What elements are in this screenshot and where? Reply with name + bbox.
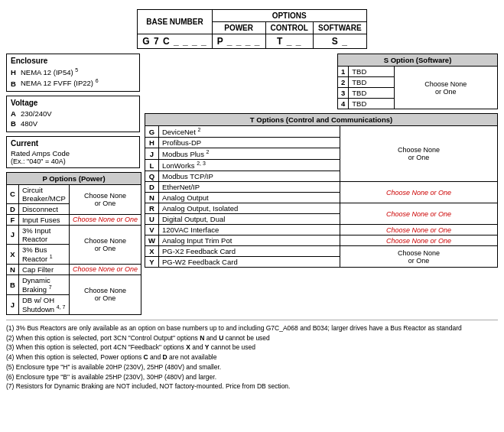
s-desc-4: TBD [349, 99, 394, 109]
current-line2: (Ex.: "040" = 40A) [11, 158, 135, 165]
voltage-a-key: A [11, 109, 18, 119]
power-code: P _ _ _ _ [212, 34, 265, 49]
voltage-b-key: B [11, 119, 18, 128]
control-code: T _ _ [265, 34, 313, 49]
t-key-w: W [145, 235, 159, 246]
enclosure-h-key: H [11, 67, 18, 77]
p-row-c: C Circuit Breaker/MCP Choose Noneor One [7, 184, 141, 203]
t-row-g: G DeviceNet 2 Choose Noneor One [145, 126, 498, 138]
current-title: Current [11, 139, 135, 148]
p-desc-x: 3% Bus Reactor 1 [18, 244, 69, 264]
right-column: S Option (Software) 1 TBD Choose Noneor … [145, 54, 498, 315]
p-desc-d: Disconnect [18, 203, 69, 214]
p-key-f: F [7, 214, 19, 225]
base-number-header: BASE NUMBER [138, 10, 212, 34]
p-row-f: F Input Fuses Choose None or One [7, 214, 141, 225]
t-desc-w: Analog Input Trim Pot [158, 235, 340, 246]
footnotes: (1) 3% Bus Reactors are only available a… [6, 320, 498, 391]
p-choice-jx: Choose Noneor One [69, 225, 141, 264]
t-desc-y: PG-W2 Feedback Card [158, 257, 340, 268]
t-desc-d: EtherNet/IP [158, 182, 340, 193]
t-options-table: T Options (Control and Communications) G… [145, 113, 498, 268]
t-key-l: L [145, 160, 159, 171]
t-choice-group6: Choose Noneor One [340, 246, 498, 268]
t-desc-l: LonWorks 2, 3 [158, 160, 340, 171]
p-key-j: J [7, 225, 19, 244]
power-header: POWER [212, 22, 265, 34]
footnote-7: (7) Resistors for Dynamic Braking are NO… [6, 382, 498, 391]
t-key-g: G [145, 126, 159, 138]
t-key-d: D [145, 182, 159, 193]
spacer [145, 54, 333, 109]
enclosure-b-key: B [11, 79, 18, 89]
p-desc-f: Input Fuses [18, 214, 69, 225]
t-row-x: X PG-X2 Feedback Card Choose Noneor One [145, 246, 498, 257]
p-key-jdb: J [7, 294, 19, 314]
p-desc-c: Circuit Breaker/MCP [18, 184, 69, 203]
t-row-v: V 120VAC Interface Choose None or One [145, 225, 498, 235]
t-desc-q: Modbus TCP/IP [158, 171, 340, 182]
p-options-box: P Options (Power) C Circuit Breaker/MCP … [6, 172, 140, 315]
s-desc-2: TBD [349, 77, 394, 88]
p-key-x: X [7, 244, 19, 264]
t-desc-n: Analog Output [158, 193, 340, 203]
voltage-title: Voltage [11, 99, 135, 107]
enclosure-h: H NEMA 12 (IP54) 5 [11, 67, 135, 77]
t-desc-h: Profibus-DP [158, 138, 340, 148]
footnote-6: (6) Enclosure type "B" is available 25HP… [6, 372, 498, 382]
s-key-2: 2 [338, 77, 349, 88]
t-desc-j: Modbus Plus 2 [158, 148, 340, 160]
t-key-j: J [145, 148, 159, 160]
p-options-table: P Options (Power) C Circuit Breaker/MCP … [6, 172, 141, 315]
footnote-5: (5) Enclosure type "H" is available 20HP… [6, 362, 498, 372]
software-header: SOFTWARE [313, 22, 366, 34]
s-row-1: 1 TBD Choose Noneor One [338, 67, 498, 77]
t-desc-x: PG-X2 Feedback Card [158, 246, 340, 257]
right-top: S Option (Software) 1 TBD Choose Noneor … [145, 54, 498, 109]
base-number-code: G 7 C _ _ _ _ [138, 34, 212, 49]
voltage-a-desc: 230/240V [21, 109, 52, 119]
footnote-1: (1) 3% Bus Reactors are only available a… [6, 323, 498, 333]
model-section: BASE NUMBER OPTIONS POWER CONTROL SOFTWA… [6, 9, 498, 49]
t-desc-r: Analog Output, Isolated [158, 203, 340, 214]
p-options-title: P Options (Power) [7, 172, 141, 184]
footnote-2: (2) When this option is selected, port 3… [6, 333, 498, 343]
t-choice-group1: Choose Noneor One [340, 126, 498, 182]
t-choice-group3: Choose None or One [340, 203, 498, 225]
t-row-r: R Analog Output, Isolated Choose None or… [145, 203, 498, 214]
options-header: OPTIONS [212, 10, 366, 22]
software-code: S _ [313, 34, 366, 49]
t-desc-g: DeviceNet 2 [158, 126, 340, 138]
current-line1: Rated Amps Code [11, 149, 135, 158]
enclosure-box: Enclosure H NEMA 12 (IP54) 5 B NEMA 12 F… [6, 54, 140, 92]
enclosure-title: Enclosure [11, 57, 135, 65]
p-key-c: C [7, 184, 19, 203]
left-column: Enclosure H NEMA 12 (IP54) 5 B NEMA 12 F… [6, 54, 140, 315]
s-options-box: S Option (Software) 1 TBD Choose Noneor … [337, 54, 498, 109]
p-row-j: J 3% Input Reactor Choose Noneor One [7, 225, 141, 244]
p-desc-jdb: DB w/ OH Shutdown 4, 7 [18, 294, 69, 314]
t-key-v: V [145, 225, 159, 235]
p-choice-f: Choose None or One [69, 214, 141, 225]
footnote-4: (4) When this option is selected, Power … [6, 352, 498, 362]
voltage-b: B 480V [11, 119, 135, 128]
p-key-n: N [7, 264, 19, 274]
t-key-u: U [145, 214, 159, 225]
t-key-y: Y [145, 257, 159, 268]
t-options-title: T Options (Control and Communications) [145, 114, 498, 126]
footnote-3: (3) When this option is selected, port 4… [6, 343, 498, 352]
s-desc-1: TBD [349, 67, 394, 77]
p-row-b: B Dynamic Braking 7 Choose Noneor One [7, 274, 141, 294]
t-choice-group4: Choose None or One [340, 225, 498, 235]
main-layout: Enclosure H NEMA 12 (IP54) 5 B NEMA 12 F… [6, 54, 498, 315]
p-choice-n: Choose None or One [69, 264, 141, 274]
s-options-title: S Option (Software) [338, 54, 498, 67]
control-header: CONTROL [265, 22, 313, 34]
current-box: Current Rated Amps Code (Ex.: "040" = 40… [6, 136, 140, 168]
s-key-4: 4 [338, 99, 349, 109]
p-desc-j: 3% Input Reactor [18, 225, 69, 244]
t-choice-group2: Choose None or One [340, 182, 498, 203]
p-key-b: B [7, 274, 19, 294]
p-key-d: D [7, 203, 19, 214]
s-key-1: 1 [338, 67, 349, 77]
